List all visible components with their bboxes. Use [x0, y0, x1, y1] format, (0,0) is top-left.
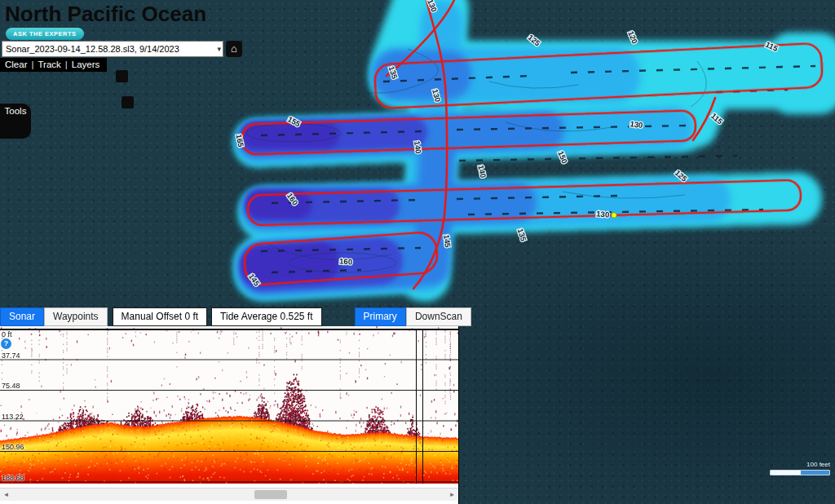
sonar-scrollbar[interactable]: ◂ ▸ [0, 488, 458, 501]
menu-item-layers[interactable]: Layers [72, 60, 100, 69]
tab-tide-average-0-525-ft[interactable]: Tide Average 0.525 ft [211, 307, 321, 326]
contour-depth-label: 130 [630, 119, 643, 130]
contour-depth-label: 160 [339, 257, 352, 267]
scrollbar-thumb[interactable] [254, 490, 287, 499]
map-scale-graphic [770, 470, 830, 475]
map-tool-button-2[interactable] [121, 96, 134, 108]
tab-manual-offset-0-ft[interactable]: Manual Offset 0 ft [113, 307, 208, 326]
menu-separator: | [65, 60, 68, 69]
tools-button[interactable]: Tools [0, 104, 31, 139]
depth-label: 113.22 [2, 413, 24, 421]
depth-label: 75.48 [2, 382, 20, 390]
map-scale-bar: 100 feet [770, 461, 830, 475]
contour-depth-label: 140 [413, 140, 423, 154]
scroll-right-arrow-icon[interactable]: ▸ [446, 489, 458, 501]
depth-label: 150.96 [2, 443, 24, 451]
menu-item-track[interactable]: Track [38, 60, 60, 69]
depth-label: 188.68 [2, 474, 24, 482]
sonar-tab-bar: SonarWaypointsManual Offset 0 ftTide Ave… [0, 307, 471, 326]
sonar-view: 0 ft37.7475.48113.22150.96188.68 ? ◂ ▸ [0, 326, 459, 504]
ask-the-experts-button[interactable]: ASK THE EXPERTS [6, 28, 84, 40]
file-row: Sonar_2023-09-14_12.58.28.sl3, 9/14/2023… [2, 41, 242, 57]
sonar-file-dropdown[interactable]: Sonar_2023-09-14_12.58.28.sl3, 9/14/2023… [2, 41, 223, 57]
tab-sonar[interactable]: Sonar [0, 307, 44, 326]
tab-primary[interactable]: Primary [355, 307, 406, 326]
vessel-position-marker [612, 213, 616, 218]
home-icon: ⌂ [231, 42, 237, 55]
menu-item-clear[interactable]: Clear [5, 60, 27, 69]
menu-separator: | [31, 60, 33, 69]
menu-bar: Clear|Track|Layers [0, 58, 107, 72]
contour-depth-label: 145 [442, 234, 453, 249]
map-tool-button-1[interactable] [116, 70, 128, 82]
depth-label: 37.74 [2, 351, 20, 360]
sonar-panel: SonarWaypointsManual Offset 0 ftTide Ave… [0, 307, 458, 504]
depth-label: 0 ft [2, 330, 12, 338]
sonar-file-dropdown-value: Sonar_2023-09-14_12.58.28.sl3, 9/14/2023 [6, 44, 179, 54]
scroll-left-arrow-icon[interactable]: ◂ [0, 489, 12, 501]
contour-depth-label: 130 [596, 209, 610, 219]
map-scale-label: 100 feet [770, 461, 830, 468]
help-icon[interactable]: ? [1, 338, 11, 349]
tab-waypoints[interactable]: Waypoints [44, 307, 108, 326]
sonar-echogram[interactable] [0, 326, 458, 488]
tab-downscan[interactable]: DownScan [406, 307, 471, 326]
contour-depth-label: 140 [476, 164, 488, 179]
page-title: North Pacific Ocean [5, 0, 206, 28]
chevron-down-icon: ▾ [217, 42, 221, 56]
home-button[interactable]: ⌂ [226, 41, 242, 57]
